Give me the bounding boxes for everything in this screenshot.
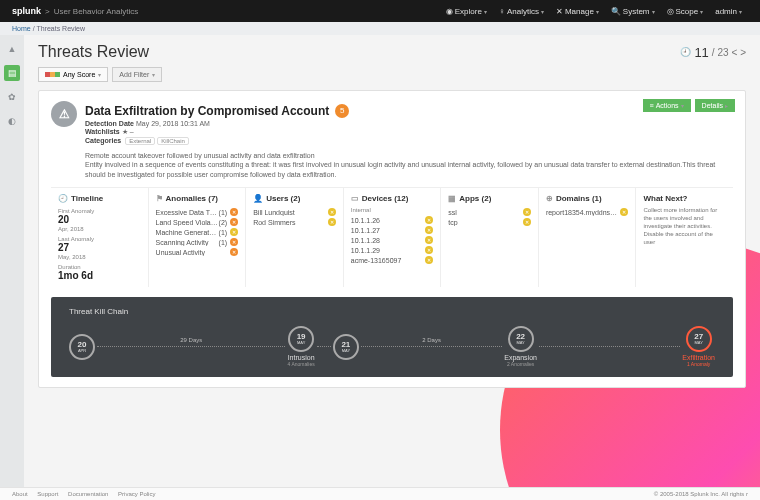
severity-dot: ✕ <box>425 216 433 224</box>
device-icon: ▭ <box>351 194 359 203</box>
list-item[interactable]: 10.1.1.28✕ <box>351 235 434 245</box>
anyscore-filter[interactable]: Any Score ▾ <box>38 67 108 82</box>
list-item[interactable]: Rod Simmers✕ <box>253 217 336 227</box>
domains-col: ⊕Domains (1) report18354.myddns.org✕ <box>538 188 636 287</box>
breadcrumb-home[interactable]: Home <box>12 25 31 32</box>
filter-bar: Any Score ▾ Add Filter ▾ <box>38 67 746 82</box>
main-content: Threats Review 🕘 11 / 23 < > Any Score ▾… <box>24 35 760 487</box>
brand-subtitle: User Behavior Analytics <box>54 7 138 16</box>
topnav-analytics[interactable]: ♀Analytics▾ <box>493 0 550 22</box>
globe-icon: ⊕ <box>546 194 553 203</box>
severity-dot: ✕ <box>230 248 238 256</box>
severity-dot: ✕ <box>328 208 336 216</box>
list-item[interactable]: Excessive Data Transmission(1)✕ <box>156 207 239 217</box>
add-filter-button[interactable]: Add Filter ▾ <box>112 67 162 82</box>
flag-icon: ⚑ <box>156 194 163 203</box>
list-item[interactable]: tcp✕ <box>448 217 531 227</box>
watchlists-value: ★ – <box>122 128 134 135</box>
kc-node[interactable]: 21MAY <box>333 334 359 360</box>
list-item[interactable]: Machine Generated Beacon(1)✕ <box>156 227 239 237</box>
actions-button[interactable]: ≡Actions▾ <box>643 99 691 112</box>
chevron-down-icon: ▾ <box>541 8 544 15</box>
list-item[interactable]: 10.1.1.29✕ <box>351 245 434 255</box>
severity-dot: ✕ <box>620 208 628 216</box>
footer-link[interactable]: Privacy Policy <box>118 491 155 497</box>
footer-link[interactable]: Support <box>37 491 58 497</box>
kill-chain-panel: Threat Kill Chain 20APR 29 Days 19MAYInt… <box>51 297 733 377</box>
threat-card: ≡Actions▾ Details▸ ⚠ Data Exfiltration b… <box>38 90 746 388</box>
footer-link[interactable]: About <box>12 491 28 497</box>
topnav-admin[interactable]: admin▾ <box>709 0 748 22</box>
severity-dot: ✕ <box>425 226 433 234</box>
severity-dot: ✕ <box>230 208 238 216</box>
severity-dot: ✕ <box>523 218 531 226</box>
topnav-system[interactable]: 🔍System▾ <box>605 0 661 22</box>
severity-dot: ✕ <box>425 246 433 254</box>
category-tag[interactable]: KillChain <box>157 137 189 145</box>
brand-logo: splunk <box>12 6 41 16</box>
detection-date: May 29, 2018 10:31 AM <box>136 120 210 127</box>
target-icon: ◎ <box>667 7 674 16</box>
sidenav-pie-icon[interactable]: ◐ <box>4 113 20 129</box>
severity-dot: ✕ <box>425 256 433 264</box>
users-col: 👤Users (2) Bill Lundquist✕ Rod Simmers✕ <box>245 188 343 287</box>
chevron-down-icon: ▾ <box>700 8 703 15</box>
threat-score-badge: 5 <box>335 104 349 118</box>
chevron-down-icon: ▾ <box>652 8 655 15</box>
side-nav: ▲ ▤ ✿ ◐ <box>0 35 24 487</box>
chevron-down-icon: ▾ <box>152 71 155 78</box>
eye-icon: ◉ <box>446 7 453 16</box>
breadcrumb-current: Threats Review <box>36 25 85 32</box>
chevron-down-icon: ▾ <box>484 8 487 15</box>
whatnext-text: Collect more information for the users i… <box>643 207 726 246</box>
whatnext-col: What Next? Collect more information for … <box>635 188 733 287</box>
details-button[interactable]: Details▸ <box>695 99 735 112</box>
summary-grid: 🕘Timeline First Anomaly20Apr, 2018 Last … <box>51 187 733 287</box>
warning-icon: ⚠ <box>51 101 77 127</box>
chevron-down-icon: ▾ <box>596 8 599 15</box>
sidenav-alert-icon[interactable]: ▲ <box>4 41 20 57</box>
severity-dot: ✕ <box>328 218 336 226</box>
breadcrumb: Home / Threats Review <box>0 22 760 35</box>
copyright: © 2005-2018 Splunk Inc. All rights r <box>654 491 748 497</box>
threat-description: Entity involved in a sequence of events … <box>85 160 733 179</box>
list-item[interactable]: Unusual Activity✕ <box>156 247 239 257</box>
severity-dot: ✕ <box>425 236 433 244</box>
list-item[interactable]: Bill Lundquist✕ <box>253 207 336 217</box>
threat-summary: Remote account takeover followed by unus… <box>85 151 733 160</box>
topnav-manage[interactable]: ✕Manage▾ <box>550 0 605 22</box>
top-menu: ◉Explore▾ ♀Analytics▾ ✕Manage▾ 🔍System▾ … <box>440 0 748 22</box>
page-title: Threats Review <box>38 43 149 61</box>
list-item[interactable]: Scanning Activity(1)✕ <box>156 237 239 247</box>
kc-node[interactable]: 19MAYIntrusion4 Anomalies <box>287 326 314 367</box>
list-item[interactable]: Land Speed Violation(2)✕ <box>156 217 239 227</box>
category-tag[interactable]: External <box>125 137 155 145</box>
topnav-explore[interactable]: ◉Explore▾ <box>440 0 493 22</box>
kc-node[interactable]: 22MAYExpansion2 Anomalies <box>504 326 537 367</box>
kill-chain-title: Threat Kill Chain <box>69 307 715 316</box>
list-item[interactable]: ssl✕ <box>448 207 531 217</box>
sidenav-list-icon[interactable]: ▤ <box>4 65 20 81</box>
footer-link[interactable]: Documentation <box>68 491 108 497</box>
list-icon: ≡ <box>650 102 654 109</box>
search-icon: 🔍 <box>611 7 621 16</box>
topnav-scope[interactable]: ◎Scope▾ <box>661 0 710 22</box>
tools-icon: ✕ <box>556 7 563 16</box>
timeline-col: 🕘Timeline First Anomaly20Apr, 2018 Last … <box>51 188 148 287</box>
list-item[interactable]: 10.1.1.26✕ <box>351 215 434 225</box>
page-nav-arrows[interactable]: < > <box>732 47 746 58</box>
list-item[interactable]: 10.1.1.27✕ <box>351 225 434 235</box>
kc-node[interactable]: 27MAYExfiltration1 Anomaly <box>682 326 715 367</box>
score-swatch <box>45 72 60 77</box>
top-navbar: splunk > User Behavior Analytics ◉Explor… <box>0 0 760 22</box>
kc-node[interactable]: 20APR <box>69 334 95 360</box>
apps-icon: ▦ <box>448 194 456 203</box>
list-item[interactable]: report18354.myddns.org✕ <box>546 207 629 217</box>
sidenav-gear-icon[interactable]: ✿ <box>4 89 20 105</box>
list-item[interactable]: acme-13165097✕ <box>351 255 434 265</box>
severity-dot: ✕ <box>230 238 238 246</box>
page-counter: 🕘 11 / 23 < > <box>680 45 746 60</box>
anomalies-col: ⚑Anomalies (7) Excessive Data Transmissi… <box>148 188 246 287</box>
bulb-icon: ♀ <box>499 7 505 16</box>
severity-dot: ✕ <box>230 228 238 236</box>
